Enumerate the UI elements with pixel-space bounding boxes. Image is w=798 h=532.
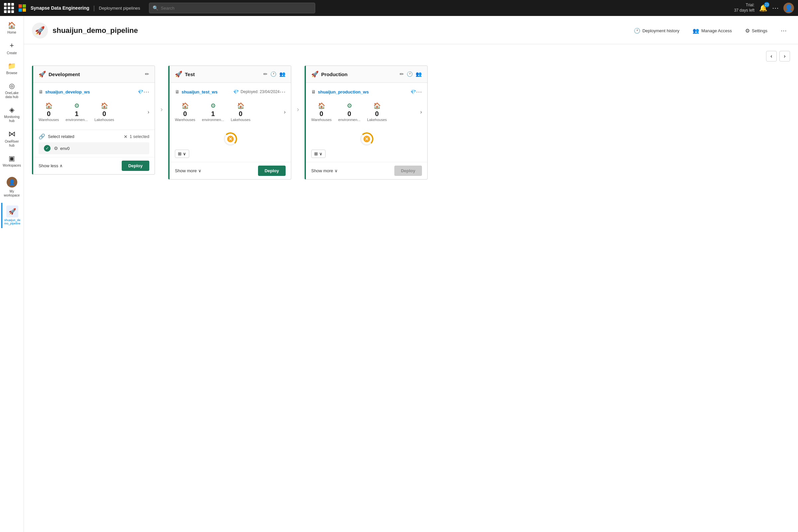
stage-production: 🚀 Production ✏ 🕐 👥 🖥 shuaijun_production… (305, 65, 428, 179)
next-arrow-button[interactable]: › (779, 51, 790, 61)
main-layout: 🏠 Home + Create 📁 Browse ◎ OneLake data … (0, 16, 798, 532)
trial-info: Trial: 37 days left (734, 3, 755, 13)
show-more-chevron-test: ∨ (198, 168, 202, 173)
test-dropdown-row: ⊞ ∨ (170, 148, 291, 162)
development-header-actions: ✏ (145, 71, 149, 77)
sidebar-item-browse[interactable]: 📁 Browse (1, 59, 23, 78)
test-deploy-status: ✕ (170, 132, 291, 146)
topbar: Synapse Data Engineering | Deployment pi… (0, 0, 798, 16)
production-show-more-button[interactable]: Show more ∨ (311, 168, 338, 173)
sidebar-item-home[interactable]: 🏠 Home (1, 19, 23, 37)
test-lakehouses-metric: 🏠 0 Lakehouses (231, 99, 257, 125)
development-header: 🚀 Development ✏ (33, 66, 155, 83)
test-workspace-card: 🖥 shuaijun_test_ws 💎 Deployed: 23/04/202… (170, 83, 291, 130)
production-ws-menu[interactable]: ⋯ (416, 88, 422, 95)
production-stage-dropdown[interactable]: ⊞ ∨ (311, 150, 325, 158)
production-deploy-button[interactable]: Deploy (394, 166, 422, 176)
sidebar-item-my-workspace[interactable]: 👤 My workspace (1, 174, 23, 200)
stage-test: 🚀 Test ✏ 🕐 👥 🖥 shuaijun_test_ws 💎 (168, 65, 291, 179)
settings-button[interactable]: ⚙ Settings (742, 25, 771, 36)
workspaces-icon: ▣ (8, 154, 15, 162)
sidebar-item-workspaces[interactable]: ▣ Workspaces (1, 152, 23, 170)
development-environments-metric: ⚙ 1 environmen... (65, 99, 94, 125)
development-selected-item[interactable]: ✓ ⚙ env0 (39, 142, 149, 154)
onelake-icon: ◎ (9, 82, 15, 90)
production-dropdown-row: ⊞ ∨ (306, 148, 427, 162)
development-ws-badge: 💎 (138, 89, 143, 94)
oneriver-icon: ⋈ (8, 130, 16, 138)
selected-count: 1 selected (130, 134, 149, 139)
sidebar-item-oneriver[interactable]: ⋈ OneRiver hub (1, 127, 23, 150)
test-edit-icon[interactable]: ✏ (263, 71, 268, 77)
development-edit-icon[interactable]: ✏ (145, 71, 149, 77)
dropdown-icon: ⊞ (178, 151, 182, 156)
search-bar[interactable]: 🔍 (149, 3, 315, 13)
test-metrics-row: 🏠 0 Warehouses ⚙ 1 environmen... 🏠 (175, 99, 286, 125)
development-deploy-button[interactable]: Deploy (122, 160, 149, 171)
deployment-history-button[interactable]: 🕐 Deployment history (630, 25, 683, 36)
test-header-actions: ✏ 🕐 👥 (263, 71, 286, 77)
my-workspace-avatar: 👤 (7, 177, 17, 188)
sidebar-item-monitoring[interactable]: ◈ Monitoring hub (1, 103, 23, 126)
test-spinner: ✕ (224, 132, 237, 146)
page-header: 🚀 shuaijun_demo_pipeline 🕐 Deployment hi… (24, 16, 798, 44)
test-ws-icon: 🖥 (175, 89, 179, 94)
prev-arrow-button[interactable]: ‹ (766, 51, 777, 61)
production-ws-badge: 💎 (410, 89, 416, 94)
production-stage-icon: 🚀 (311, 71, 319, 78)
production-header: 🚀 Production ✏ 🕐 👥 (306, 66, 427, 83)
test-access-icon[interactable]: 👥 (279, 71, 286, 77)
test-show-more-button[interactable]: Show more ∨ (175, 168, 202, 173)
production-history-icon[interactable]: 🕐 (407, 71, 413, 77)
test-warehouses-icon: 🏠 (182, 102, 189, 109)
test-lakehouses-icon: 🏠 (237, 102, 244, 109)
test-ws-menu[interactable]: ⋯ (280, 88, 286, 95)
production-workspace-title-row: 🖥 shuaijun_production_ws 💎 ⋯ (311, 88, 422, 95)
app-section: Deployment pipelines (99, 6, 140, 11)
sidebar-item-create[interactable]: + Create (1, 39, 23, 58)
production-access-icon[interactable]: 👥 (416, 71, 422, 77)
selected-count-row: ✕ 1 selected (124, 134, 149, 139)
select-related-icon: 🔗 (39, 133, 45, 140)
test-workspace-title-row: 🖥 shuaijun_test_ws 💎 Deployed: 23/04/202… (175, 88, 286, 95)
production-lakehouses-icon: 🏠 (374, 102, 381, 109)
production-edit-icon[interactable]: ✏ (400, 71, 404, 77)
development-ws-menu[interactable]: ⋯ (143, 88, 149, 95)
test-metrics-arrow[interactable]: › (284, 109, 286, 115)
production-ws-icon: 🖥 (311, 89, 316, 94)
search-input[interactable] (161, 6, 311, 11)
more-header-icon: ⋯ (781, 27, 787, 34)
manage-access-button[interactable]: 👥 Manage Access (689, 25, 735, 36)
test-history-icon[interactable]: 🕐 (270, 71, 277, 77)
dropdown-arrow-icon: ∨ (183, 151, 186, 156)
home-icon: 🏠 (8, 21, 16, 29)
sidebar-item-onelake[interactable]: ◎ OneLake data hub (1, 79, 23, 102)
nav-arrows: ‹ › (32, 51, 790, 61)
production-warehouses-metric: 🏠 0 Warehouses (311, 99, 338, 125)
dev-to-test-arrow: › (155, 106, 168, 113)
production-metrics-arrow[interactable]: › (420, 109, 422, 115)
production-metrics-row: 🏠 0 Warehouses ⚙ 0 environmen... 🏠 (311, 99, 422, 125)
more-header-button[interactable]: ⋯ (777, 25, 790, 36)
development-show-less-button[interactable]: Show less ∧ (39, 163, 63, 168)
development-workspace-title-row: 🖥 shuaijun_develop_ws 💎 ⋯ (39, 88, 149, 95)
grid-menu-icon[interactable] (4, 3, 14, 13)
test-ws-name: shuaijun_test_ws (182, 90, 232, 94)
test-deployed-date: Deployed: 23/04/2024 (241, 90, 280, 94)
development-metrics-arrow[interactable]: › (148, 109, 149, 115)
stages-container: 🚀 Development ✏ 🖥 shuaijun_develop_ws 💎 … (32, 65, 790, 179)
notifications-button[interactable]: 🔔 23 (759, 4, 767, 12)
clear-selection-icon[interactable]: ✕ (124, 134, 128, 139)
development-show-less-row: Show less ∧ Deploy (33, 157, 155, 174)
test-deploy-button[interactable]: Deploy (258, 166, 286, 176)
test-stage-dropdown[interactable]: ⊞ ∨ (175, 150, 189, 158)
sidebar-item-pipeline[interactable]: 🚀 shuaijun_de mo_pipeline (1, 203, 23, 228)
show-more-chevron-prod: ∨ (335, 168, 338, 173)
test-environments-icon: ⚙ (210, 102, 216, 109)
history-icon: 🕐 (634, 27, 640, 34)
user-avatar[interactable]: 👤 (783, 3, 794, 13)
more-options-icon[interactable]: ⋯ (772, 4, 779, 12)
stage-development: 🚀 Development ✏ 🖥 shuaijun_develop_ws 💎 … (32, 65, 155, 174)
development-lakehouses-icon: 🏠 (101, 102, 108, 109)
development-environments-icon: ⚙ (74, 102, 79, 109)
